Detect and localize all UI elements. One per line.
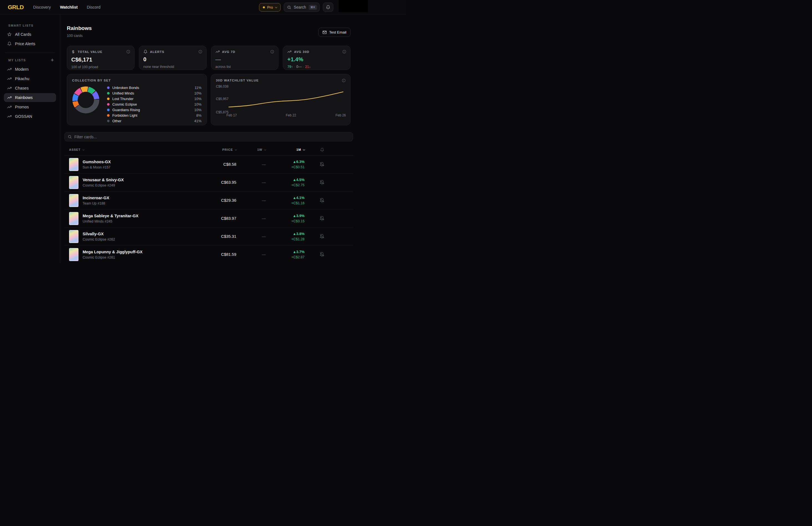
change-1m-abs: +C$1.16: [266, 201, 304, 205]
change-1m-abs: +C$3.15: [266, 219, 304, 223]
bell-off-icon[interactable]: [319, 252, 324, 257]
chevron-down-icon: [275, 6, 277, 8]
table-row[interactable]: Silvally-GXCosmic Eclipse #262 C$35.31 —…: [64, 227, 353, 245]
stat-card-avg-30d: AVG 30D +1.4% 79↑·0—·21↓: [283, 46, 350, 70]
table-row[interactable]: Gumshoos-GXSun & Moon #157 C$8.58 — ▲6.3…: [64, 155, 353, 174]
stat-value: +1.4%: [287, 56, 346, 63]
change-1w-cell: —: [236, 234, 266, 239]
legend-item: Guardians Rising10%: [107, 107, 202, 112]
add-list-button[interactable]: [50, 58, 54, 62]
top-nav: GRLD Discovery Watchlist Discord Pro Sea…: [0, 0, 406, 14]
change-1w-cell: —: [236, 162, 266, 167]
column-header-price[interactable]: PRICE: [181, 148, 236, 151]
search-icon: [68, 135, 72, 139]
stat-sub: none near threshold: [143, 65, 202, 69]
envelope-icon: [322, 30, 327, 34]
column-header-1m[interactable]: 1M: [266, 148, 304, 151]
nav-discord[interactable]: Discord: [87, 5, 100, 10]
sidebar-item-modern[interactable]: Modern: [4, 65, 56, 74]
info-icon[interactable]: [126, 50, 130, 54]
stat-label: AVG 7D: [222, 50, 235, 54]
bell-off-icon[interactable]: [319, 198, 324, 203]
bell-icon: [326, 5, 330, 10]
bell-off-icon[interactable]: [319, 234, 324, 239]
bell-off-icon[interactable]: [319, 162, 324, 167]
brand-logo[interactable]: GRLD: [8, 4, 24, 11]
change-1m-pct: ▲3.9%: [266, 214, 304, 218]
donut-chart: [72, 87, 99, 114]
test-email-button[interactable]: Test Email: [318, 28, 350, 37]
card-name: Mega Lopunny & Jigglypuff-GX: [83, 250, 143, 254]
stat-label: AVG 30D: [294, 50, 309, 54]
sidebar-item-chases[interactable]: Chases: [4, 84, 56, 93]
table-row[interactable]: Mega Sableye & Tyranitar-GXUnified Minds…: [64, 210, 353, 227]
sidebar-item-rainbows[interactable]: Rainbows: [4, 93, 56, 102]
redacted-account-area: [338, 0, 368, 12]
sidebar-item-label: Chases: [15, 86, 29, 90]
card-name: Gumshoos-GX: [83, 160, 111, 164]
sidebar-item-gossan[interactable]: GOSSAN: [4, 112, 56, 121]
filter-cards-input[interactable]: [74, 135, 350, 139]
page-title: Rainbows: [67, 25, 92, 31]
column-header-alerts[interactable]: [304, 148, 339, 152]
card-set: Sun & Moon #157: [83, 165, 111, 169]
sidebar-item-all-cards[interactable]: All Cards: [4, 30, 56, 39]
table-row[interactable]: Venusaur & Snivy-GXCosmic Eclipse #249 C…: [64, 174, 353, 192]
info-icon[interactable]: [198, 50, 202, 54]
notifications-button[interactable]: [323, 2, 333, 12]
nav-watchlist[interactable]: Watchlist: [60, 5, 78, 10]
bell-off-icon[interactable]: [319, 180, 324, 185]
legend-item: Unbroken Bonds11%: [107, 85, 202, 90]
change-1m-abs: +C$1.28: [266, 237, 304, 241]
column-header-1w[interactable]: 1W: [236, 148, 266, 151]
table-header: ASSET PRICE 1W 1M: [64, 144, 353, 155]
sidebar-divider: [5, 52, 55, 53]
filter-bar: [64, 132, 353, 141]
stat-label: ALERTS: [150, 50, 164, 54]
card-set: Cosmic Eclipse #261: [83, 256, 143, 259]
price-cell: C$63.95: [181, 180, 236, 184]
legend-item: Unified Minds10%: [107, 90, 202, 96]
column-header-asset[interactable]: ASSET: [64, 148, 181, 151]
info-icon[interactable]: [270, 50, 274, 54]
watchlist-value-card: 30D WATCHLIST VALUE C$6,038 C$5,957 C$5,…: [211, 74, 351, 125]
topnav-right: Pro Search ⌘K: [259, 0, 368, 14]
collection-by-set-card: COLLECTION BY SET Unbroken Bonds11% Unif…: [67, 74, 207, 125]
change-1m-pct: ▲4.1%: [266, 196, 304, 200]
price-cell: C$8.58: [181, 162, 236, 167]
trend-up-icon: [7, 76, 12, 81]
sidebar-item-label: Price Alerts: [15, 42, 35, 46]
change-1m-abs: +C$2.87: [266, 255, 304, 259]
change-1m-pct: ▲6.3%: [266, 160, 304, 164]
info-icon[interactable]: [342, 78, 346, 82]
legend-item: Lost Thunder10%: [107, 96, 202, 102]
count-up: 79↑: [287, 65, 293, 69]
trend-up-icon: [7, 95, 12, 100]
pro-badge[interactable]: Pro: [259, 3, 281, 12]
sidebar-item-pikachu[interactable]: Pikachu: [4, 74, 56, 83]
trend-up-icon: [7, 86, 12, 90]
search-button[interactable]: Search ⌘K: [284, 2, 320, 12]
sidebar-item-price-alerts[interactable]: Price Alerts: [4, 39, 56, 48]
bell-off-icon[interactable]: [319, 216, 324, 221]
info-icon[interactable]: [342, 50, 346, 54]
table-row[interactable]: Incineroar-GXTeam Up #188 C$29.36 — ▲4.1…: [64, 192, 353, 210]
change-1m-abs: +C$0.51: [266, 165, 304, 169]
sidebar-item-promos[interactable]: Promos: [4, 103, 56, 111]
sidebar-item-label: Promos: [15, 105, 29, 109]
stat-value: C$6,171: [71, 57, 130, 63]
card-thumbnail: [69, 194, 78, 207]
count-flat: 0—: [296, 65, 302, 69]
table-row[interactable]: Mega Lopunny & Jigglypuff-GXCosmic Eclip…: [64, 245, 353, 263]
pro-label: Pro: [267, 5, 273, 10]
page-header: Rainbows 100 cards Test Email: [67, 25, 350, 38]
my-lists-header: MY LISTS: [8, 58, 54, 62]
collection-title: COLLECTION BY SET: [72, 79, 202, 82]
nav-discovery[interactable]: Discovery: [33, 5, 51, 10]
card-name: Venusaur & Snivy-GX: [83, 178, 124, 182]
card-set: Team Up #188: [83, 201, 109, 205]
bell-icon: [143, 50, 147, 54]
search-label: Search: [294, 5, 306, 10]
price-cell: C$81.59: [181, 252, 236, 257]
stat-sub: 100 of 100 priced: [71, 65, 130, 69]
